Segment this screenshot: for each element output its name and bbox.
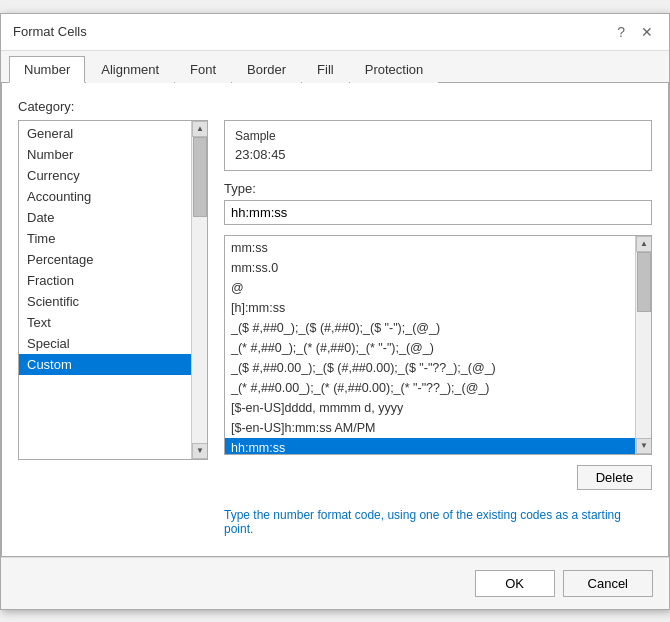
category-item-scientific[interactable]: Scientific <box>19 291 207 312</box>
format-item-enus-time[interactable]: [$-en-US]h:mm:ss AM/PM <box>225 418 651 438</box>
format-scroll-thumb[interactable] <box>637 252 651 312</box>
category-item-percentage[interactable]: Percentage <box>19 249 207 270</box>
format-item-enus-date[interactable]: [$-en-US]dddd, mmmm d, yyyy <box>225 398 651 418</box>
tab-number[interactable]: Number <box>9 56 85 83</box>
format-item-dollar1[interactable]: _($ #,##0_);_($ (#,##0);_($ "-");_(@_) <box>225 318 651 338</box>
format-scrollbar[interactable]: ▲ ▼ <box>635 236 651 454</box>
format-item-dollar2[interactable]: _($ #,##0.00_);_($ (#,##0.00);_($ "-"??_… <box>225 358 651 378</box>
format-list-wrapper[interactable]: mm:ss mm:ss.0 @ [h]:mm:ss _($ #,##0_);_(… <box>224 235 652 455</box>
category-list: General Number Currency Accounting Date … <box>19 121 207 377</box>
category-item-time[interactable]: Time <box>19 228 207 249</box>
tab-border[interactable]: Border <box>232 56 301 83</box>
category-item-text[interactable]: Text <box>19 312 207 333</box>
sample-box: Sample 23:08:45 <box>224 120 652 171</box>
category-scroll-up[interactable]: ▲ <box>192 121 207 137</box>
hint-text: Type the number format code, using one o… <box>224 500 652 540</box>
tab-fill[interactable]: Fill <box>302 56 349 83</box>
delete-button[interactable]: Delete <box>577 465 652 490</box>
title-bar-controls: ? ✕ <box>613 22 657 42</box>
title-bar: Format Cells ? ✕ <box>1 14 669 51</box>
format-item-mmss[interactable]: mm:ss <box>225 238 651 258</box>
category-item-accounting[interactable]: Accounting <box>19 186 207 207</box>
tab-protection[interactable]: Protection <box>350 56 439 83</box>
format-item-hmmss[interactable]: [h]:mm:ss <box>225 298 651 318</box>
sample-value: 23:08:45 <box>235 147 641 162</box>
main-row: General Number Currency Accounting Date … <box>18 120 652 540</box>
footer: OK Cancel <box>1 557 669 609</box>
category-item-number[interactable]: Number <box>19 144 207 165</box>
category-list-wrapper: General Number Currency Accounting Date … <box>18 120 208 460</box>
cancel-button[interactable]: Cancel <box>563 570 653 597</box>
category-label: Category: <box>18 99 652 114</box>
tab-alignment[interactable]: Alignment <box>86 56 174 83</box>
format-scroll-down[interactable]: ▼ <box>636 438 651 454</box>
sample-label: Sample <box>235 129 641 143</box>
format-scroll-up[interactable]: ▲ <box>636 236 651 252</box>
category-panel: General Number Currency Accounting Date … <box>18 120 208 540</box>
tab-content: Category: General Number Currency Accoun… <box>1 83 669 557</box>
format-item-mmss0[interactable]: mm:ss.0 <box>225 258 651 278</box>
category-scroll-thumb[interactable] <box>193 137 207 217</box>
tab-bar: Number Alignment Font Border Fill Protec… <box>1 51 669 83</box>
format-list: mm:ss mm:ss.0 @ [h]:mm:ss _($ #,##0_);_(… <box>225 236 651 455</box>
category-scroll-down[interactable]: ▼ <box>192 443 207 459</box>
type-section: Type: <box>224 181 652 225</box>
category-item-special[interactable]: Special <box>19 333 207 354</box>
right-panel: Sample 23:08:45 Type: mm:ss mm:ss.0 @ [h… <box>224 120 652 540</box>
category-item-date[interactable]: Date <box>19 207 207 228</box>
help-button[interactable]: ? <box>613 22 629 42</box>
type-input[interactable] <box>224 200 652 225</box>
category-item-currency[interactable]: Currency <box>19 165 207 186</box>
format-item-star1[interactable]: _(* #,##0_);_(* (#,##0);_(* "-");_(@_) <box>225 338 651 358</box>
format-item-hhmmss[interactable]: hh:mm:ss <box>225 438 651 455</box>
type-label: Type: <box>224 181 652 196</box>
format-item-at[interactable]: @ <box>225 278 651 298</box>
category-scrollbar[interactable]: ▲ ▼ <box>191 121 207 459</box>
dialog-title: Format Cells <box>13 24 87 39</box>
close-button[interactable]: ✕ <box>637 22 657 42</box>
category-item-fraction[interactable]: Fraction <box>19 270 207 291</box>
tab-font[interactable]: Font <box>175 56 231 83</box>
format-cells-dialog: Format Cells ? ✕ Number Alignment Font B… <box>0 13 670 610</box>
category-item-custom[interactable]: Custom <box>19 354 207 375</box>
delete-row: Delete <box>224 465 652 490</box>
ok-button[interactable]: OK <box>475 570 555 597</box>
format-item-star2[interactable]: _(* #,##0.00_);_(* (#,##0.00);_(* "-"??_… <box>225 378 651 398</box>
category-item-general[interactable]: General <box>19 123 207 144</box>
